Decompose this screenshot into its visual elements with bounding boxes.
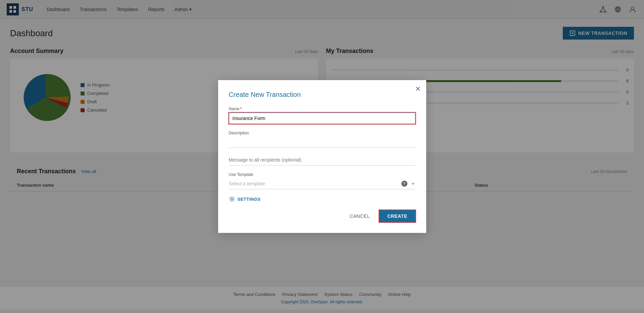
modal-title: Create New Transaction [229, 91, 415, 99]
template-select-wrapper: Select a template ? ▾ [229, 178, 415, 189]
modal-overlay[interactable]: ✕ Create New Transaction Name* Descripti… [0, 0, 644, 310]
create-button-wrapper: CREATE [379, 210, 415, 222]
description-input[interactable] [229, 137, 415, 148]
use-template-label: Use Template [229, 172, 415, 177]
cancel-button[interactable]: CANCEL [346, 211, 374, 222]
modal-footer: CANCEL CREATE [229, 210, 415, 222]
template-form-group: Use Template Select a template ? ▾ [229, 172, 415, 189]
template-help-icon[interactable]: ? [401, 181, 407, 187]
settings-link[interactable]: SETTINGS [229, 196, 415, 202]
create-button[interactable]: CREATE [379, 210, 415, 222]
name-label: Name* [229, 107, 415, 111]
name-input-wrapper [229, 113, 415, 124]
message-input[interactable] [229, 154, 415, 166]
name-input[interactable] [229, 113, 415, 124]
description-label: Description [229, 131, 415, 135]
create-transaction-modal: ✕ Create New Transaction Name* Descripti… [218, 80, 426, 233]
message-form-group [229, 154, 415, 166]
svg-point-19 [231, 198, 233, 200]
modal-close-button[interactable]: ✕ [415, 85, 421, 92]
settings-gear-icon [229, 196, 235, 202]
name-form-group: Name* [229, 107, 415, 124]
template-select[interactable]: Select a template [229, 178, 415, 189]
description-form-group: Description [229, 131, 415, 148]
